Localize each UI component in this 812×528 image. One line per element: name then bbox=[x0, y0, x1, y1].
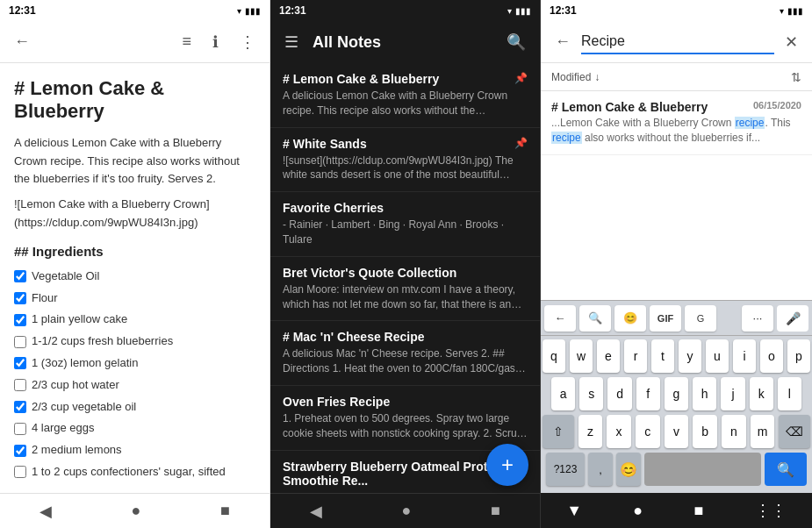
result-title: # Lemon Cake & Blueberry 06/15/2020 bbox=[551, 100, 801, 114]
ingredient-checkbox[interactable] bbox=[14, 445, 26, 457]
ingredient-checkbox[interactable] bbox=[14, 401, 26, 413]
swap-sort-icon[interactable]: ⇅ bbox=[791, 70, 801, 84]
nav-back[interactable]: ◀ bbox=[40, 502, 52, 521]
wifi-icon: ▾ bbox=[507, 6, 512, 16]
key-search[interactable]: 🔍 bbox=[765, 453, 807, 486]
ingredient-checkbox[interactable] bbox=[14, 336, 26, 348]
key-u[interactable]: u bbox=[706, 339, 729, 373]
info-icon[interactable]: ℹ bbox=[209, 29, 222, 55]
key-b[interactable]: b bbox=[693, 415, 717, 448]
result-date: 06/15/2020 bbox=[753, 100, 801, 111]
panel3-bottom-nav: ▼ ● ■ ⋮⋮ bbox=[541, 493, 812, 528]
wifi-icon: ▾ bbox=[780, 6, 784, 16]
key-f[interactable]: f bbox=[636, 377, 660, 410]
ingredient-checkbox[interactable] bbox=[14, 270, 26, 282]
panel1-note-content: # Lemon Cake & Blueberry A delicious Lem… bbox=[0, 63, 269, 493]
key-p[interactable]: p bbox=[787, 339, 810, 373]
kb-back-icon[interactable]: ← bbox=[544, 305, 576, 332]
key-a[interactable]: a bbox=[551, 377, 575, 410]
kb-emoji-icon[interactable]: 😊 bbox=[614, 305, 646, 332]
ingredient-checkbox[interactable] bbox=[14, 379, 26, 391]
nav-back[interactable]: ◀ bbox=[310, 502, 322, 521]
key-n[interactable]: n bbox=[722, 415, 746, 448]
kb-gif-icon[interactable]: GIF bbox=[650, 305, 681, 332]
key-space[interactable] bbox=[644, 453, 761, 486]
note-image-text: ![Lemon Cake with a Blueberry Crown](htt… bbox=[14, 196, 255, 232]
nav-home[interactable]: ● bbox=[633, 502, 643, 520]
list-icon[interactable]: ≡ bbox=[178, 29, 195, 55]
panel3-search: 12:31 ▾ ▮▮▮ ← ✕ Modified ↓ ⇅ # Lemon Cak… bbox=[541, 0, 812, 528]
key-shift[interactable]: ⇧ bbox=[543, 415, 574, 448]
kb-search-icon[interactable]: 🔍 bbox=[579, 305, 611, 332]
nav-square[interactable]: ■ bbox=[491, 502, 500, 520]
key-x[interactable]: x bbox=[607, 415, 631, 448]
back-button[interactable]: ← bbox=[551, 29, 574, 54]
ingredient-checkbox[interactable] bbox=[14, 423, 26, 435]
search-icon[interactable]: 🔍 bbox=[503, 29, 529, 55]
note-item-title: Oven Fries Recipe bbox=[283, 395, 528, 409]
key-v[interactable]: v bbox=[665, 415, 689, 448]
key-y[interactable]: y bbox=[679, 339, 701, 373]
note-list-item[interactable]: # White Sands📌![sunset](https://cldup.co… bbox=[270, 128, 540, 193]
key-l[interactable]: l bbox=[778, 377, 801, 410]
panel3-status-icons: ▾ ▮▮▮ bbox=[780, 6, 803, 16]
ingredient-item: 2 medium lemons bbox=[14, 441, 255, 460]
nav-more[interactable]: ⋮⋮ bbox=[755, 501, 787, 520]
key-q[interactable]: q bbox=[543, 339, 565, 373]
key-i[interactable]: i bbox=[733, 339, 756, 373]
nav-square[interactable]: ■ bbox=[220, 502, 230, 520]
key-comma[interactable]: , bbox=[588, 453, 613, 486]
notes-list: # Lemon Cake & Blueberry📌A delicious Lem… bbox=[270, 63, 540, 493]
result-item[interactable]: # Lemon Cake & Blueberry 06/15/2020 ...L… bbox=[541, 91, 812, 155]
key-j[interactable]: j bbox=[721, 377, 744, 410]
fab-new-note[interactable]: + bbox=[486, 444, 528, 486]
key-t[interactable]: t bbox=[651, 339, 674, 373]
ingredient-checkbox[interactable] bbox=[14, 466, 26, 478]
key-o[interactable]: o bbox=[760, 339, 783, 373]
note-item-title-text: # White Sands bbox=[283, 137, 367, 151]
key-d[interactable]: d bbox=[607, 377, 631, 410]
key-z[interactable]: z bbox=[578, 415, 603, 448]
ingredient-label: 2/3 cup hot water bbox=[32, 376, 119, 395]
key-m[interactable]: m bbox=[751, 415, 775, 448]
key-backspace[interactable]: ⌫ bbox=[779, 415, 810, 448]
note-list-item[interactable]: # Mac 'n' Cheese RecipeA delicious Mac '… bbox=[270, 321, 540, 386]
note-list-item[interactable]: # Lemon Cake & Blueberry📌A delicious Lem… bbox=[270, 63, 540, 128]
ingredient-item: 1 to 2 cups confectioners' sugar, sifted bbox=[14, 463, 255, 482]
back-button[interactable]: ← bbox=[11, 29, 33, 54]
key-h[interactable]: h bbox=[693, 377, 716, 410]
note-list-item[interactable]: Oven Fries Recipe1. Preheat oven to 500 … bbox=[270, 386, 540, 451]
ingredient-checkbox[interactable] bbox=[14, 314, 26, 326]
ingredient-item: 2/3 cup vegetable oil bbox=[14, 398, 255, 417]
more-icon[interactable]: ⋮ bbox=[236, 29, 259, 55]
nav-home[interactable]: ● bbox=[402, 502, 412, 520]
panel2-status-bar: 12:31 ▾ ▮▮▮ bbox=[270, 0, 540, 21]
nav-home[interactable]: ● bbox=[132, 502, 141, 520]
key-w[interactable]: w bbox=[570, 339, 593, 373]
nav-square[interactable]: ■ bbox=[694, 502, 704, 520]
ingredient-item: Flour bbox=[14, 289, 255, 308]
search-input[interactable] bbox=[581, 30, 774, 54]
ingredient-label: 2/3 cup vegetable oil bbox=[32, 398, 136, 417]
key-s[interactable]: s bbox=[579, 377, 603, 410]
close-button[interactable]: ✕ bbox=[781, 29, 801, 55]
kb-mic-icon[interactable]: 🎤 bbox=[777, 305, 808, 332]
ingredient-checkbox[interactable] bbox=[14, 357, 26, 369]
sort-filter[interactable]: Modified ↓ bbox=[551, 71, 600, 83]
key-c[interactable]: c bbox=[636, 415, 660, 448]
menu-icon[interactable]: ☰ bbox=[281, 29, 302, 55]
ingredient-checkbox[interactable] bbox=[14, 292, 26, 304]
key-r[interactable]: r bbox=[624, 339, 647, 373]
kb-translate-icon[interactable]: G bbox=[685, 305, 716, 332]
key-e[interactable]: e bbox=[597, 339, 620, 373]
kb-row-2: a s d f g h j k l bbox=[543, 377, 810, 410]
kb-more-icon[interactable]: ··· bbox=[742, 305, 773, 332]
nav-down[interactable]: ▼ bbox=[566, 502, 582, 520]
note-item-title-text: # Lemon Cake & Blueberry bbox=[283, 72, 439, 86]
note-list-item[interactable]: Bret Victor's Quote CollectionAlan Moore… bbox=[270, 257, 540, 322]
key-emoji[interactable]: 😊 bbox=[616, 453, 641, 486]
key-k[interactable]: k bbox=[750, 377, 773, 410]
note-list-item[interactable]: Favorite Cherries- Rainier · Lambert · B… bbox=[270, 192, 540, 257]
key-g[interactable]: g bbox=[665, 377, 688, 410]
key-123[interactable]: ?123 bbox=[546, 453, 585, 486]
